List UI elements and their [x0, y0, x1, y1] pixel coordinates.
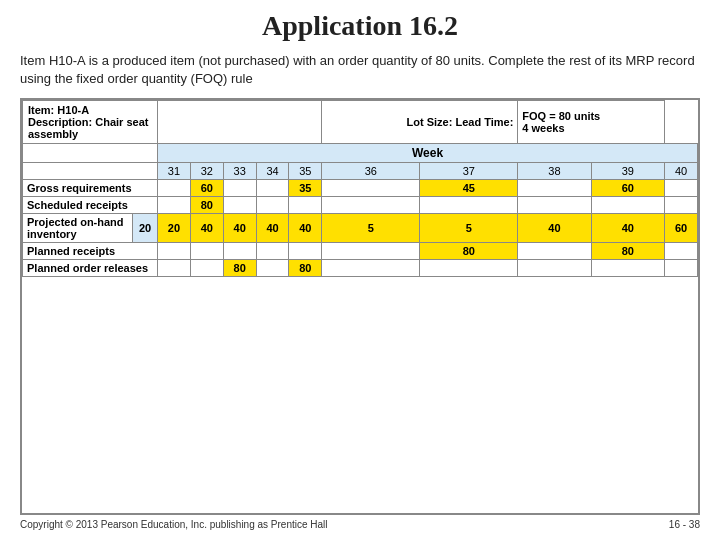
mrp-table-container: Item: H10-A Description: Chair seat asse…	[20, 98, 700, 515]
gr-35: 35	[289, 180, 322, 197]
item-label: Item: H10-A	[28, 104, 152, 116]
por-33: 80	[223, 260, 256, 277]
col-32: 32	[190, 163, 223, 180]
col-40: 40	[665, 163, 698, 180]
col-38: 38	[518, 163, 591, 180]
scheduled-receipts-label: Scheduled receipts	[23, 197, 158, 214]
oh-31: 20	[158, 214, 191, 243]
col-39: 39	[591, 163, 664, 180]
page: Application 16.2 Item H10-A is a produce…	[0, 0, 720, 540]
oh-35: 40	[289, 214, 322, 243]
week-label: Week	[412, 146, 443, 160]
lead-time-label: Lead Time:	[455, 116, 513, 128]
planned-order-releases-label: Planned order releases	[23, 260, 158, 277]
gr-32: 60	[190, 180, 223, 197]
gross-requirements-label: Gross requirements	[23, 180, 158, 197]
col-34: 34	[256, 163, 289, 180]
oh-39: 40	[591, 214, 664, 243]
header-info-row: Item: H10-A Description: Chair seat asse…	[23, 101, 698, 144]
foq-sub: 4 weeks	[522, 122, 564, 134]
onhand-label: Projected on-hand inventory	[23, 214, 133, 243]
sr-32: 80	[190, 197, 223, 214]
col-headers-row: 31 32 33 34 35 36 37 38 39 40	[23, 163, 698, 180]
oh-33: 40	[223, 214, 256, 243]
description-label: Description: Chair seat assembly	[28, 116, 152, 140]
planned-receipts-row: Planned receipts 80 80	[23, 243, 698, 260]
gr-39: 60	[591, 180, 664, 197]
col-31: 31	[158, 163, 191, 180]
page-ref: 16 - 38	[669, 519, 700, 530]
planned-order-releases-row: Planned order releases 80 80	[23, 260, 698, 277]
footer: Copyright © 2013 Pearson Education, Inc.…	[20, 519, 700, 530]
por-35: 80	[289, 260, 322, 277]
onhand-initial: 20	[133, 214, 158, 243]
lot-size-label: Lot Size:	[407, 116, 453, 128]
oh-32: 40	[190, 214, 223, 243]
oh-34: 40	[256, 214, 289, 243]
col-35: 35	[289, 163, 322, 180]
mrp-table: Item: H10-A Description: Chair seat asse…	[22, 100, 698, 277]
projected-onhand-row: Projected on-hand inventory 20 20 40 40 …	[23, 214, 698, 243]
oh-37: 5	[420, 214, 518, 243]
col-37: 37	[420, 163, 518, 180]
week-label-row: Week	[23, 144, 698, 163]
page-title: Application 16.2	[20, 10, 700, 42]
scheduled-receipts-row: Scheduled receipts 80	[23, 197, 698, 214]
col-36: 36	[322, 163, 420, 180]
oh-36: 5	[322, 214, 420, 243]
oh-40: 60	[665, 214, 698, 243]
oh-38: 40	[518, 214, 591, 243]
pr-39: 80	[591, 243, 664, 260]
gross-requirements-row: Gross requirements 60 35 45 60	[23, 180, 698, 197]
copyright-text: Copyright © 2013 Pearson Education, Inc.…	[20, 519, 328, 530]
planned-receipts-label: Planned receipts	[23, 243, 158, 260]
pr-37: 80	[420, 243, 518, 260]
description-text: Item H10-A is a produced item (not purch…	[20, 52, 700, 88]
foq-label: FOQ = 80 units	[522, 110, 600, 122]
col-33: 33	[223, 163, 256, 180]
gr-37: 45	[420, 180, 518, 197]
